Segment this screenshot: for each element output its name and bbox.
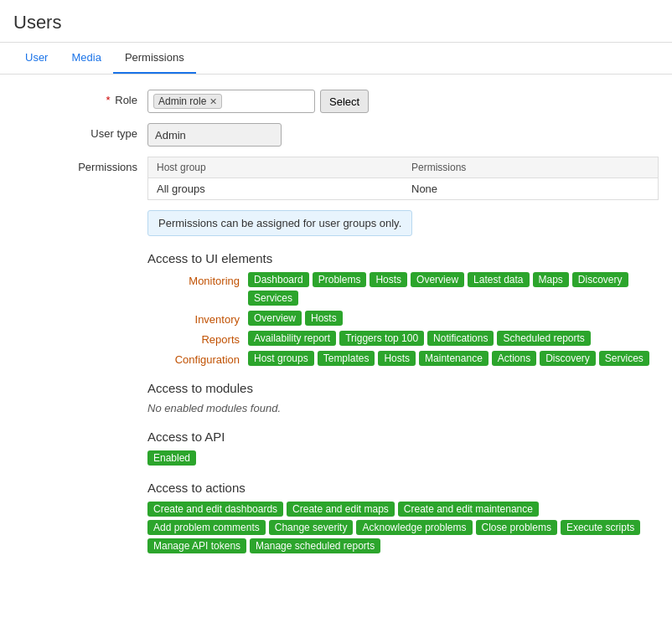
- monitoring-row: Monitoring DashboardProblemsHostsOvervie…: [147, 272, 659, 306]
- tag-item: Dashboard: [248, 272, 309, 287]
- tag-item: Actions: [492, 351, 536, 366]
- tag-item: Overview: [411, 272, 464, 287]
- tag-item: Create and edit dashboards: [147, 502, 283, 517]
- tag-item: Maps: [533, 272, 569, 287]
- cell-all-groups: All groups: [148, 178, 403, 199]
- configuration-tags: Host groupsTemplatesHostsMaintenanceActi…: [248, 351, 649, 366]
- access-modules-section: Access to modules No enabled modules fou…: [147, 381, 659, 414]
- tag-item: Hosts: [370, 272, 407, 287]
- user-type-field: Admin: [147, 123, 659, 147]
- tag-item: Acknowledge problems: [356, 520, 472, 535]
- access-ui-title: Access to UI elements: [147, 251, 659, 265]
- role-row: * Role Admin role ✕ Select: [13, 90, 659, 113]
- api-enabled-tag: Enabled: [147, 450, 196, 466]
- reports-tags: Availability reportTriggers top 100Notif…: [248, 331, 591, 346]
- access-actions-section: Access to actions Create and edit dashbo…: [147, 481, 659, 553]
- tag-item: Templates: [318, 351, 375, 366]
- permissions-label: Permissions: [13, 157, 147, 173]
- tag-item: Create and edit maintenance: [398, 502, 539, 517]
- info-box: Permissions can be assigned for user gro…: [147, 210, 412, 236]
- inventory-label: Inventory: [147, 311, 248, 326]
- inventory-tags: OverviewHosts: [248, 311, 343, 326]
- tag-item: Hosts: [305, 311, 343, 326]
- user-type-label: User type: [13, 123, 147, 140]
- reports-label: Reports: [147, 331, 248, 346]
- tag-item: Change severity: [269, 520, 354, 535]
- tag-item: Discovery: [540, 351, 596, 366]
- tag-item: Triggers top 100: [339, 331, 424, 346]
- role-tag-label: Admin role: [158, 95, 206, 107]
- role-input-wrapper: Admin role ✕ Select: [147, 90, 659, 113]
- tag-item: Execute scripts: [561, 520, 640, 535]
- tab-user[interactable]: User: [13, 43, 59, 74]
- role-tag: Admin role ✕: [153, 94, 222, 109]
- no-modules-message: No enabled modules found.: [147, 402, 659, 414]
- content-area: * Role Admin role ✕ Select User type Adm…: [0, 75, 672, 584]
- reports-row: Reports Availability reportTriggers top …: [147, 331, 659, 346]
- tag-item: Services: [599, 351, 649, 366]
- access-modules-title: Access to modules: [147, 381, 659, 395]
- tag-item: Close problems: [476, 520, 557, 535]
- tabs-bar: User Media Permissions: [0, 43, 672, 75]
- select-button[interactable]: Select: [320, 90, 369, 113]
- configuration-row: Configuration Host groupsTemplatesHostsM…: [147, 351, 659, 366]
- actions-tags: Create and edit dashboardsCreate and edi…: [147, 502, 659, 553]
- inventory-row: Inventory OverviewHosts: [147, 311, 659, 326]
- col-host-group: Host group: [148, 157, 403, 178]
- tag-item: Latest data: [468, 272, 529, 287]
- access-actions-title: Access to actions: [147, 481, 659, 495]
- monitoring-tags: DashboardProblemsHostsOverviewLatest dat…: [248, 272, 659, 306]
- role-field: Admin role ✕ Select: [147, 90, 659, 113]
- tag-item: Create and edit maps: [287, 502, 395, 517]
- tab-media[interactable]: Media: [59, 43, 112, 74]
- role-tag-box: Admin role ✕: [147, 90, 315, 113]
- tag-item: Discovery: [572, 272, 628, 287]
- tag-item: Availability report: [248, 331, 336, 346]
- tag-item: Problems: [313, 272, 367, 287]
- tag-item: Manage API tokens: [147, 538, 246, 553]
- permissions-content: Host group Permissions All groups None P…: [147, 157, 659, 241]
- page-title: Users: [0, 0, 672, 43]
- tag-item: Add problem comments: [147, 520, 266, 535]
- access-api-title: Access to API: [147, 430, 659, 444]
- access-api-section: Access to API Enabled: [147, 430, 659, 466]
- required-marker: *: [106, 94, 111, 106]
- user-type-value: Admin: [147, 123, 282, 147]
- configuration-label: Configuration: [147, 351, 248, 366]
- tag-item: Maintenance: [419, 351, 488, 366]
- monitoring-label: Monitoring: [147, 272, 248, 287]
- tag-item: Host groups: [248, 351, 314, 366]
- permissions-table-header: Host group Permissions: [148, 157, 658, 178]
- cell-none: None: [403, 178, 658, 199]
- user-type-row: User type Admin: [13, 123, 659, 147]
- tag-item: Overview: [248, 311, 302, 326]
- tag-item: Hosts: [378, 351, 416, 366]
- tag-item: Services: [248, 291, 298, 306]
- permissions-table-row: All groups None: [148, 178, 658, 199]
- col-permissions: Permissions: [403, 157, 658, 178]
- tab-permissions[interactable]: Permissions: [113, 43, 196, 74]
- role-tag-remove[interactable]: ✕: [209, 96, 217, 107]
- role-label: * Role: [13, 90, 147, 106]
- permissions-table: Host group Permissions All groups None: [147, 157, 659, 200]
- tag-item: Manage scheduled reports: [250, 538, 380, 553]
- tag-item: Scheduled reports: [497, 331, 590, 346]
- access-ui-section: Access to UI elements Monitoring Dashboa…: [147, 251, 659, 366]
- tag-item: Notifications: [427, 331, 494, 346]
- permissions-row: Permissions Host group Permissions All g…: [13, 157, 659, 241]
